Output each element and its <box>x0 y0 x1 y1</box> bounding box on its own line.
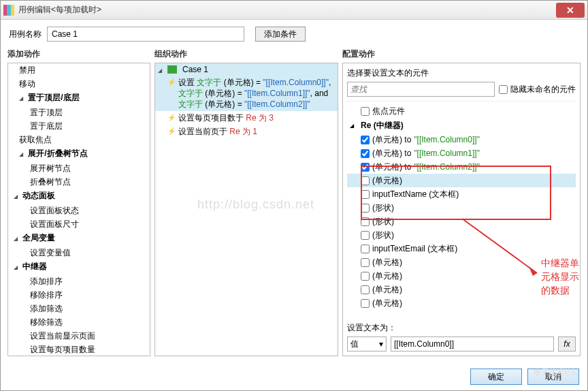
action-panelsize[interactable]: 设置面板尺寸 <box>30 219 79 229</box>
value-input[interactable] <box>391 337 554 351</box>
chk-inputname[interactable] <box>361 190 370 199</box>
group-repeater[interactable]: 中继器 <box>22 262 47 271</box>
add-action-panel[interactable]: 禁用 移动 置于顶层/底层 置于顶层 置于底层 获取焦点 展开/折叠树节点 展开… <box>7 63 150 356</box>
group-dynpanel[interactable]: 动态面板 <box>22 191 55 200</box>
caret-icon[interactable] <box>158 65 165 74</box>
chk-shape1[interactable] <box>361 204 370 213</box>
chk-inputemail[interactable] <box>361 245 370 253</box>
right-column-header: 配置动作 <box>342 48 581 60</box>
hide-unnamed-label: 隐藏未命名的元件 <box>510 84 576 95</box>
cancel-button[interactable]: 取消 <box>527 369 579 385</box>
t: (单元格) to <box>372 134 411 146</box>
titlebar: 用例编辑<每项加载时> ✕ <box>1 1 587 20</box>
value-type-select[interactable]: 值▾ <box>347 337 387 351</box>
action-items-per-page-row[interactable]: ⚡ 设置每页项目数于 Re 为 3 <box>155 111 338 125</box>
inputemail-item[interactable]: inputTextEmail (文本框) <box>372 243 457 255</box>
action-current-page-row[interactable]: ⚡ 设置当前页于 Re 为 1 <box>155 125 338 138</box>
fx-button[interactable]: fx <box>558 337 576 351</box>
chk-cell3[interactable] <box>361 176 370 185</box>
action-set-text-row[interactable]: ⚡ 设置 文字于 (单元格) = "[[Item.Column0]]", 文字于… <box>155 76 338 111</box>
select-widget-label: 选择要设置文本的元件 <box>347 67 576 79</box>
t: 设置 <box>178 78 197 87</box>
cell-item[interactable]: (单元格) <box>372 270 402 282</box>
widget-search-input[interactable] <box>347 82 495 97</box>
action-addfilter[interactable]: 添加筛选 <box>30 304 63 313</box>
t: "[[Item.Column2]]" <box>414 161 480 173</box>
chk-cell4[interactable] <box>361 258 370 267</box>
mid-column-header: 组织动作 <box>154 48 338 60</box>
t: (单元格) = <box>221 78 263 87</box>
inputname-item[interactable]: inputTextName (文本框) <box>372 188 459 200</box>
chk-cell1[interactable] <box>361 149 370 158</box>
action-setperpage[interactable]: 设置每页项目数量 <box>30 345 95 354</box>
close-button[interactable]: ✕ <box>556 3 585 18</box>
chk-cell7[interactable] <box>361 299 370 308</box>
organize-action-panel[interactable]: Case 1 ⚡ 设置 文字于 (单元格) = "[[Item.Column0]… <box>154 63 338 356</box>
action-collapse[interactable]: 折叠树节点 <box>30 177 71 187</box>
action-setvar[interactable]: 设置变量值 <box>30 248 71 257</box>
svg-rect-1 <box>7 5 11 16</box>
cell-item[interactable]: (单元格) <box>372 256 402 268</box>
chevron-down-icon: ▾ <box>379 339 383 349</box>
case-name-input[interactable] <box>47 27 244 42</box>
widget-tree[interactable]: 焦点元件 Re (中继器) (单元格) to "[[Item.Column0]]… <box>347 101 576 318</box>
action-disable[interactable]: 禁用 <box>19 65 35 75</box>
case-name-label: 用例名称 <box>9 29 42 40</box>
chk-shape3[interactable] <box>361 231 370 240</box>
t: Re 为 1 <box>229 127 257 136</box>
action-setcurpage[interactable]: 设置当前显示页面 <box>30 331 95 341</box>
t: "[[Item.Column0]]" <box>414 134 480 146</box>
action-removefilter[interactable]: 移除筛选 <box>30 317 63 327</box>
case-node[interactable]: Case 1 <box>155 63 338 76</box>
caret-icon[interactable] <box>14 260 20 274</box>
hide-unnamed-checkbox[interactable] <box>499 85 508 94</box>
app-icon <box>3 5 14 16</box>
chk-cell2[interactable] <box>361 163 370 172</box>
t: , and <box>310 89 329 98</box>
action-panelstate[interactable]: 设置面板状态 <box>30 206 79 215</box>
cell-item[interactable]: (单元格) <box>372 174 402 187</box>
action-move[interactable]: 移动 <box>19 79 35 89</box>
t: , <box>329 78 331 87</box>
caret-icon[interactable] <box>19 147 26 161</box>
action-focus[interactable]: 获取焦点 <box>19 135 52 144</box>
cell-item[interactable]: (单元格) <box>372 297 402 309</box>
group-treenode[interactable]: 展开/折叠树节点 <box>28 148 87 158</box>
group-globalvar[interactable]: 全局变量 <box>22 233 55 243</box>
action-addsort[interactable]: 添加排序 <box>30 277 63 286</box>
caret-icon[interactable] <box>19 91 26 105</box>
chk-cell6[interactable] <box>361 285 370 294</box>
add-condition-button[interactable]: 添加条件 <box>255 27 306 42</box>
left-column-header: 添加动作 <box>7 48 150 60</box>
chk-cell0[interactable] <box>361 136 370 144</box>
shape-item[interactable]: (形状) <box>372 202 394 214</box>
action-bottom[interactable]: 置于底层 <box>30 121 63 131</box>
chk-cell5[interactable] <box>361 272 370 281</box>
t: 值 <box>350 339 359 350</box>
shape-item[interactable]: (形状) <box>372 215 394 228</box>
action-top[interactable]: 置于顶层 <box>30 108 63 117</box>
t: Re 为 3 <box>246 113 274 123</box>
cell-item[interactable]: (单元格) <box>372 283 402 296</box>
chk-focus[interactable] <box>361 107 370 116</box>
window-title: 用例编辑<每项加载时> <box>18 4 556 16</box>
set-text-as-label: 设置文本为： <box>347 322 576 334</box>
t: "[[Item.Column1]]" <box>244 89 310 98</box>
repeater-item[interactable]: Re (中继器) <box>361 119 404 131</box>
action-removesort[interactable]: 移除排序 <box>30 290 63 300</box>
config-action-panel: 选择要设置文本的元件 隐藏未命名的元件 焦点元件 Re (中继器) (单元格) … <box>342 63 581 356</box>
t: (单元格) to <box>372 147 411 159</box>
ok-button[interactable]: 确定 <box>470 369 522 385</box>
group-layer[interactable]: 置于顶层/底层 <box>28 93 79 102</box>
shape-item[interactable]: (形状) <box>372 229 394 241</box>
case-icon <box>167 65 177 74</box>
focus-item[interactable]: 焦点元件 <box>372 105 405 117</box>
svg-rect-2 <box>11 5 14 16</box>
bolt-icon: ⚡ <box>167 77 176 88</box>
t: "[[Item.Column1]]" <box>414 147 480 159</box>
action-expand[interactable]: 展开树节点 <box>30 163 71 173</box>
chk-shape2[interactable] <box>361 217 370 226</box>
caret-icon[interactable] <box>350 119 358 132</box>
caret-icon[interactable] <box>14 232 20 245</box>
caret-icon[interactable] <box>14 189 20 203</box>
